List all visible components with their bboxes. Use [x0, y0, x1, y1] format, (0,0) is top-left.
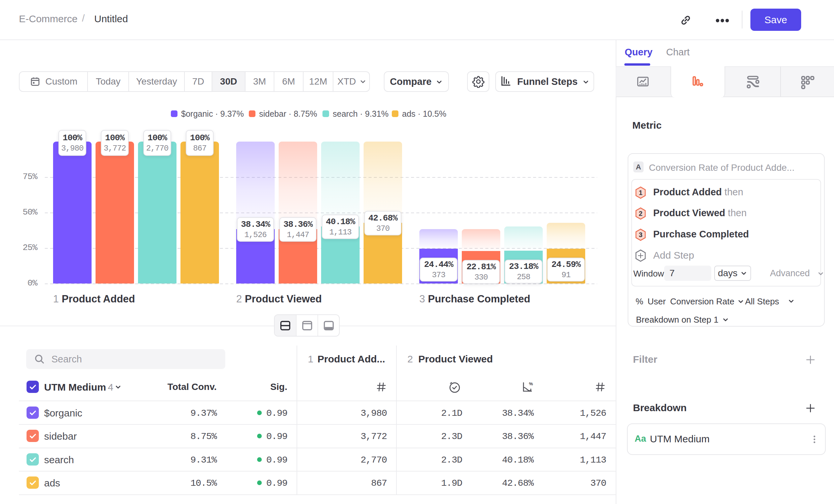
svg-text:3: 3	[639, 231, 642, 238]
svg-text:2: 2	[639, 210, 642, 217]
svg-text:%: %	[529, 381, 533, 386]
svg-text:1: 1	[639, 189, 642, 196]
